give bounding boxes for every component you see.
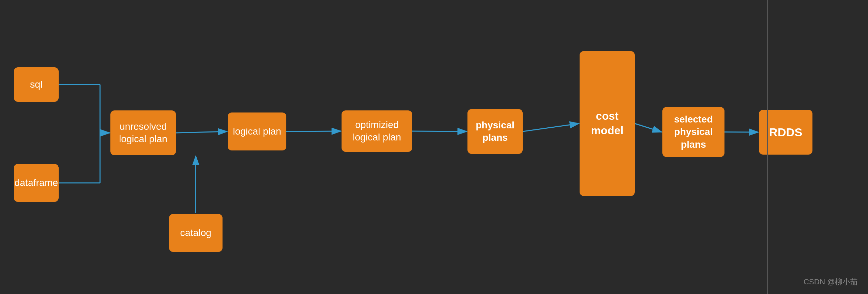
diagram-container: sql dataframe unresolved logical plan ca…	[0, 0, 868, 294]
svg-line-8	[523, 124, 579, 131]
selected-node: selected physical plans	[662, 107, 724, 157]
rdds-label: RDDS	[769, 125, 802, 140]
cost-label: cost model	[580, 109, 635, 138]
svg-line-5	[176, 131, 227, 133]
unresolved-label: unresolved logical plan	[110, 120, 176, 146]
logical-label: logical plan	[233, 125, 281, 138]
svg-line-9	[635, 124, 662, 132]
sql-label: sql	[30, 78, 42, 91]
divider	[767, 0, 768, 294]
watermark: CSDN @柳小茄	[803, 277, 858, 287]
physical-node: physical plans	[467, 109, 523, 154]
svg-line-10	[724, 132, 758, 133]
optimized-node: optimizied logical plan	[342, 110, 412, 152]
catalog-node: catalog	[169, 214, 223, 252]
dataframe-label: dataframe	[14, 177, 58, 189]
selected-label: selected physical plans	[662, 113, 724, 151]
unresolved-node: unresolved logical plan	[110, 110, 176, 155]
logical-node: logical plan	[228, 112, 286, 150]
sql-node: sql	[14, 67, 59, 102]
catalog-label: catalog	[180, 227, 211, 239]
svg-line-7	[412, 131, 467, 131]
cost-node: cost model	[580, 51, 635, 196]
physical-label: physical plans	[467, 119, 523, 144]
dataframe-node: dataframe	[14, 164, 59, 202]
svg-line-6	[286, 131, 341, 131]
optimized-label: optimizied logical plan	[342, 119, 412, 144]
